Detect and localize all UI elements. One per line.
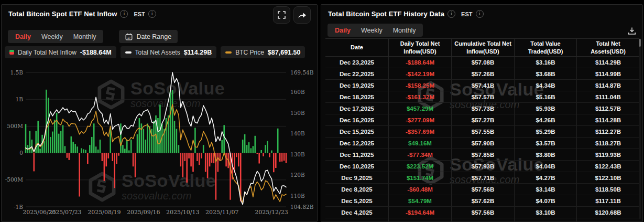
timezone-info-icon[interactable]: i [148,10,156,18]
table-row: Dec 8,2025-$60.48M$57.56B$3.14B$118.50B [325,184,639,195]
cell-date: Dec 23,2025 [325,57,388,68]
cell-traded: $4.26B [514,114,576,125]
cell-traded: $3.10B [514,207,576,218]
info-icon[interactable]: i [447,10,455,18]
scrollbar-thumb[interactable] [639,39,641,47]
cell-cumulative: $57.73B [451,103,514,114]
table-row: Dec 19,2025-$158.25M$57.41B$4.34B$114.87… [325,80,639,91]
chart-title: Total Bitcoin Spot ETF Net Inflow [8,10,117,18]
svg-text:500M: 500M [7,123,23,129]
table-header-row: DateDaily Total Net Inflow(USD)Cumulativ… [325,38,639,57]
legend-btc-price[interactable]: BTC Price$87,691.50 [221,46,305,58]
cell-assets: $122.43B [576,161,639,172]
tab-weekly[interactable]: Weekly [356,27,388,34]
date-range-button[interactable]: 17 Date Range [119,30,178,43]
cell-cumulative: $57.41B [451,80,514,91]
share-icon [298,11,307,19]
svg-text:150B: 150B [290,110,305,116]
cell-date: Dec 5,2025 [325,195,388,206]
column-header-2: Cumulative Total Net Inflow(USD) [451,39,514,56]
svg-text:140B: 140B [290,130,305,136]
history-data-panel: Total Bitcoin Spot ETF History Data i ES… [321,4,643,222]
cell-date: Dec 16,2025 [325,114,388,125]
history-table: DateDaily Total Net Inflow(USD)Cumulativ… [325,38,639,222]
table-scrollbar[interactable] [639,38,641,219]
svg-text:130B: 130B [290,151,305,157]
cell-cumulative: $57.76B [451,218,514,222]
download-button[interactable] [627,26,637,38]
svg-text:2025/10/13: 2025/10/13 [166,209,199,216]
btc-etf-dashboard: { "colors":{"accent_red":"#f0443b","bar_… [0,0,644,222]
table-row: Dec 5,2025$54.79M$57.62B$4.07B$117.11B [325,195,639,207]
cell-date: Dec 15,2025 [325,126,388,137]
right-axis-labels: 169.54B160B150B140B130B120B110B104.82B [290,69,314,210]
cell-date: Dec 19,2025 [325,80,388,91]
cell-cumulative: $57.85B [451,149,514,160]
table-row: Dec 16,2025-$277.09M$57.27B$4.26B$114.28… [325,114,639,126]
table-row: Dec 3,2025-$14.90M$57.76B$4.22B$121.96B [325,218,639,222]
tab-daily[interactable]: Daily [10,33,36,40]
legend-total-net-assets[interactable]: Total Net Assets$114.29B [121,46,217,58]
svg-text:1.5B: 1.5B [10,69,24,76]
cell-date: Dec 9,2025 [325,172,388,183]
cell-traded: $3.14B [514,184,576,195]
cell-inflow: $49.16M [388,138,451,149]
cell-cumulative: $57.55B [451,126,514,137]
fullscreen-icon [278,11,286,19]
cell-inflow: -$158.25M [388,80,451,91]
svg-text:2025/12/23: 2025/12/23 [255,209,288,216]
cell-cumulative: $57.56B [451,207,514,218]
cell-traded: $4.27B [514,172,576,183]
svg-text:169.54B: 169.54B [290,69,314,76]
cell-inflow: -$188.64M [388,57,451,68]
cell-date: Dec 12,2025 [325,138,388,149]
svg-text:120B: 120B [290,172,305,178]
share-button[interactable] [293,6,311,24]
cell-inflow: -$194.64M [388,207,451,218]
cell-assets: $122.10B [576,172,639,183]
inflow-bars [25,90,287,202]
chart-legend: Daily Total Net Inflow-$188.64MTotal Net… [5,46,305,58]
cell-cumulative: $57.93B [451,161,514,172]
cell-date: Dec 3,2025 [325,218,388,222]
cell-date: Dec 11,2025 [325,149,388,160]
cell-assets: $117.11B [576,195,639,206]
cell-cumulative: $57.08B [451,57,514,68]
tab-monthly[interactable]: Monthly [68,33,102,40]
cell-inflow: -$14.90M [388,218,451,222]
cell-traded: $4.07B [514,195,576,206]
cell-inflow: -$60.48M [388,184,451,195]
download-icon [628,27,636,35]
cell-inflow: $223.52M [388,161,451,172]
svg-text:17: 17 [127,36,130,39]
cell-traded: $3.68B [514,68,576,79]
cell-cumulative: $57.90B [451,138,514,149]
table-panel-header: Total Bitcoin Spot ETF History Data i ES… [328,10,484,18]
timezone-info-icon[interactable]: i [476,10,484,18]
white-dash-swatch-icon [125,51,132,54]
cell-assets: $118.27B [576,138,639,149]
cell-assets: $112.57B [576,103,639,114]
tab-daily[interactable]: Daily [330,27,356,34]
cell-assets: $114.28B [576,114,639,125]
info-icon[interactable]: i [120,10,128,18]
calendar-icon: 17 [125,33,133,40]
cell-traded: $3.57B [514,138,576,149]
tab-weekly[interactable]: Weekly [36,33,68,40]
table-row: Dec 4,2025-$194.64M$57.56B$3.10B$120.68B [325,207,639,218]
legend-daily-total-net-inflow[interactable]: Daily Total Net Inflow-$188.64M [5,46,116,58]
fullscreen-button[interactable] [273,6,290,24]
table-row: Dec 12,2025$49.16M$57.90B$3.57B$118.27B [325,138,639,149]
date-range-label: Date Range [136,33,171,40]
cell-inflow: $151.74M [388,172,451,183]
cell-date: Dec 10,2025 [325,161,388,172]
cell-traded: $5.29B [514,126,576,137]
table-row: Dec 17,2025$457.29M$57.73B$5.93B$112.57B [325,103,639,114]
svg-text:1B: 1B [16,96,24,102]
cell-cumulative: $57.56B [451,184,514,195]
tab-monthly[interactable]: Monthly [388,27,421,34]
table-row: Dec 10,2025$223.52M$57.93B$4.04B$122.43B [325,161,639,172]
column-header-3: Total Value Traded(USD) [514,39,576,56]
cell-cumulative: $57.62B [451,195,514,206]
svg-text:0: 0 [19,150,23,156]
